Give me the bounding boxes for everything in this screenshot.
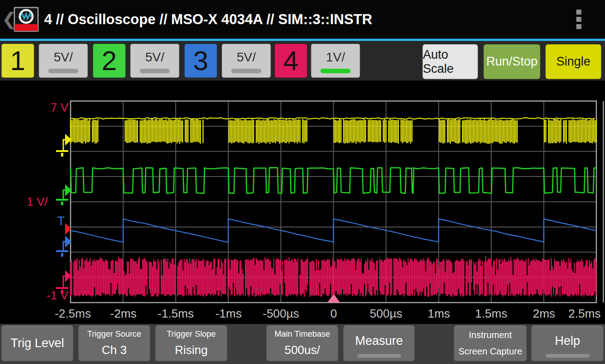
- measure-label: Measure: [355, 334, 403, 348]
- main-timebase-value: 500us/: [285, 343, 320, 357]
- trigger-source-button[interactable]: Trigger Source Ch 3: [78, 325, 150, 361]
- scope-screen-wave-icon: [15, 8, 37, 25]
- channel-1-scale-indicator: [48, 69, 78, 73]
- x-tick-label: 0: [330, 307, 337, 320]
- channel-1-button[interactable]: 1: [1, 44, 34, 78]
- overflow-menu-icon[interactable]: [576, 10, 581, 31]
- x-axis-tick-labels: -2.5ms-2ms-1.5ms-1ms-500µs0500µs1ms1.5ms…: [55, 307, 600, 320]
- scope-display: T 7 V 1 V/ -1 V: [0, 81, 605, 324]
- channel-3-scale-button[interactable]: 5V/: [222, 44, 271, 78]
- app-icon[interactable]: [14, 7, 39, 32]
- menu-dot: [576, 10, 581, 15]
- channel-1-scale-label: 5V/: [54, 50, 73, 65]
- oscilloscope-app-screen: ❮ 4 // Oscilloscope // MSO-X 4034A // SI…: [0, 0, 605, 364]
- ch1-ground-symbol: [56, 150, 68, 152]
- screen-edge-line: [603, 101, 604, 303]
- run-stop-button[interactable]: Run/Stop: [483, 44, 540, 79]
- bottom-voltage-label: -1 V: [46, 288, 68, 302]
- help-label: Help: [555, 334, 580, 348]
- x-tick-label: 500µs: [370, 307, 402, 320]
- channel-4-button[interactable]: 4: [275, 44, 307, 78]
- instrument-screen-capture-button[interactable]: Instrument Screen Capture: [454, 325, 527, 361]
- screen-capture-label: Screen Capture: [458, 346, 522, 357]
- channel-3-scale-indicator: [231, 69, 261, 73]
- ch3-ground-symbol-stub: [61, 253, 63, 257]
- top-voltage-label: 7 V: [51, 101, 69, 114]
- measure-panel-indicator: [357, 354, 401, 358]
- ch4-ground-hook: [63, 276, 65, 287]
- bottom-toolbar: Trig Level Trigger Source Ch 3 Trigger S…: [0, 324, 605, 364]
- main-timebase-button[interactable]: Main Timebase 500us/: [266, 325, 338, 361]
- channel-4-scale-indicator: [320, 69, 351, 73]
- channel-4-scale-label: 1V/: [326, 50, 345, 65]
- channel-3-button[interactable]: 3: [184, 44, 217, 78]
- app-icon-red-bar: [15, 24, 38, 31]
- ch3-ground-hook: [63, 242, 65, 250]
- channel-3-scale-label: 5V/: [237, 50, 256, 65]
- ch1-ground-hook: [63, 140, 65, 150]
- volts-per-div-label: 1 V/: [27, 195, 48, 208]
- help-panel-indicator: [546, 354, 590, 358]
- single-button[interactable]: Single: [545, 44, 601, 79]
- auto-scale-button[interactable]: Auto Scale: [422, 44, 478, 79]
- x-tick-label: -2.5ms: [55, 307, 91, 320]
- trigger-slope-value: Rising: [175, 343, 208, 357]
- ch1-ground-symbol-stub: [61, 153, 63, 157]
- scope-screen-graphic: [15, 8, 37, 25]
- instrument-title: Instrument: [469, 330, 512, 340]
- channel-2-scale-button[interactable]: 5V/: [130, 44, 179, 78]
- x-tick-label: 2.5ms: [569, 307, 601, 320]
- page-title: 4 // Oscilloscope // MSO-X 4034A // SIM:…: [44, 11, 372, 28]
- channel-2-button[interactable]: 2: [93, 44, 126, 78]
- ch3-ground-symbol: [56, 250, 68, 252]
- channel-4-scale-button[interactable]: 1V/: [311, 44, 360, 78]
- channel-1-scale-button[interactable]: 5V/: [39, 44, 88, 78]
- trigger-source-title: Trigger Source: [87, 329, 141, 339]
- x-tick-label: -500µs: [263, 307, 299, 320]
- help-button[interactable]: Help: [531, 325, 604, 361]
- trig-level-label: Trig Level: [10, 336, 64, 350]
- scope-plot: T 7 V 1 V/ -1 V: [0, 81, 605, 324]
- trigger-slope-button[interactable]: Trigger Slope Rising: [155, 325, 227, 361]
- ch2-ground-symbol-stub: [61, 202, 63, 205]
- main-timebase-title: Main Timebase: [275, 329, 330, 339]
- x-tick-label: 1.5ms: [475, 307, 508, 320]
- x-tick-label: -1ms: [215, 307, 242, 320]
- x-tick-label: -2ms: [110, 307, 137, 320]
- trig-level-button[interactable]: Trig Level: [1, 325, 73, 361]
- channel-2-scale-label: 5V/: [145, 50, 164, 65]
- measure-button[interactable]: Measure: [343, 325, 415, 361]
- ch2-ground-symbol: [56, 199, 68, 201]
- trigger-source-value: Ch 3: [102, 343, 127, 357]
- menu-dot: [576, 24, 581, 29]
- x-tick-label: -1.5ms: [158, 307, 193, 320]
- trigger-slope-title: Trigger Slope: [167, 329, 215, 339]
- back-icon[interactable]: ❮: [2, 0, 13, 39]
- menu-dot: [576, 17, 581, 22]
- trigger-t-label: T: [57, 214, 65, 228]
- channel-2-scale-indicator: [140, 69, 170, 73]
- title-bar: ❮ 4 // Oscilloscope // MSO-X 4034A // SI…: [0, 0, 605, 39]
- x-tick-label: 2ms: [533, 307, 555, 320]
- ch2-ground-hook: [63, 190, 65, 199]
- channel-toolbar: 1 5V/ 2 5V/ 3 5V/ 4 1V/ Auto Scale Run/S…: [0, 41, 605, 81]
- x-tick-label: 1ms: [427, 307, 450, 320]
